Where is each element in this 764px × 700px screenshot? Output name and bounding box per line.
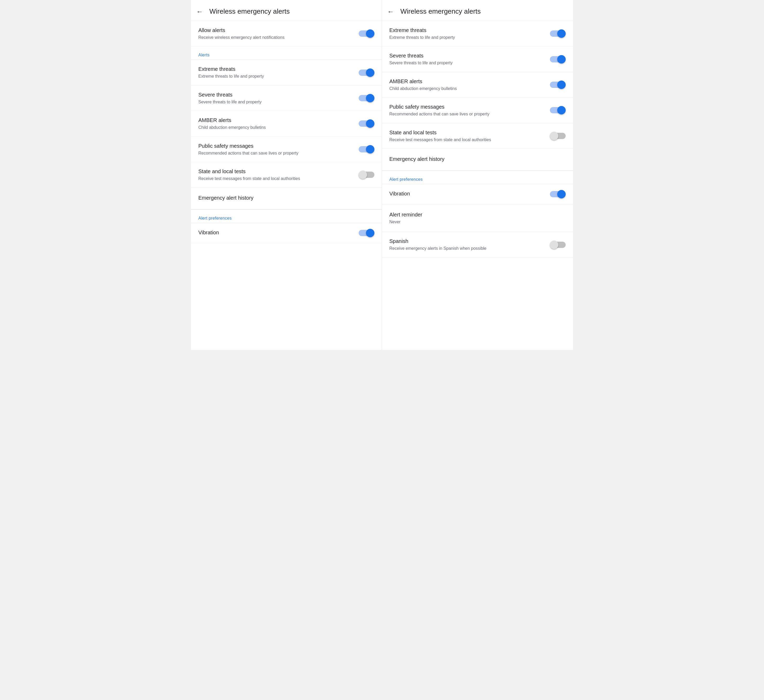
vibration-r-toggle-thumb — [557, 190, 566, 198]
extreme-threats-title: Extreme threats — [198, 66, 354, 72]
emergency-alert-history-item[interactable]: Emergency alert history — [191, 188, 382, 209]
allow-alerts-toggle-thumb — [366, 30, 374, 38]
vibration-title: Vibration — [198, 229, 354, 236]
public-safety-r-text: Public safety messagesRecommended action… — [389, 103, 550, 117]
severe-threats-toggle-thumb — [366, 94, 374, 102]
state-local-tests-r-toggle-thumb — [550, 132, 558, 140]
vibration-toggle-thumb — [366, 229, 374, 237]
severe-threats-r-item[interactable]: Severe threatsSevere threats to life and… — [382, 47, 573, 72]
extreme-threats-subtitle: Extreme threats to life and property — [198, 74, 354, 79]
public-safety-title: Public safety messages — [198, 143, 354, 149]
section-label: Alerts — [198, 53, 210, 57]
allow-alerts-subtitle: Receive wireless emergency alert notific… — [198, 34, 354, 41]
vibration-r-text: Vibration — [389, 190, 550, 198]
vibration-r-toggle[interactable] — [550, 190, 566, 198]
state-local-tests-r-text: State and local testsReceive test messag… — [389, 129, 550, 143]
vibration-text: Vibration — [198, 229, 359, 237]
severe-threats-subtitle: Severe threats to life and property — [198, 99, 354, 105]
amber-alerts-title: AMBER alerts — [198, 117, 354, 124]
amber-alerts-r-toggle-thumb — [557, 81, 566, 89]
extreme-threats-r-toggle-thumb — [557, 30, 566, 38]
state-local-tests-item[interactable]: State and local testsReceive test messag… — [191, 162, 382, 188]
emergency-alert-history-r-item[interactable]: Emergency alert history — [382, 149, 573, 171]
vibration-toggle[interactable] — [359, 229, 374, 237]
state-local-tests-toggle-thumb — [359, 171, 367, 179]
screens-container: ←Wireless emergency alertsAllow alertsRe… — [191, 0, 573, 350]
amber-alerts-item[interactable]: AMBER alertsChild abduction emergency bu… — [191, 111, 382, 136]
section-header: Alert preferences — [191, 210, 382, 223]
public-safety-subtitle: Recommended actions that can save lives … — [198, 150, 354, 156]
amber-alerts-toggle-thumb — [366, 119, 374, 128]
back-arrow-icon[interactable]: ← — [387, 8, 394, 15]
severe-threats-r-toggle-thumb — [557, 55, 566, 64]
public-safety-r-title: Public safety messages — [389, 103, 545, 110]
section-label: Alert preferences — [198, 216, 232, 221]
amber-alerts-toggle[interactable] — [359, 119, 374, 128]
screen-right: ←Wireless emergency alertsExtreme threat… — [382, 0, 573, 350]
content-area: Extreme threatsExtreme threats to life a… — [382, 21, 573, 350]
public-safety-toggle-thumb — [366, 145, 374, 153]
extreme-threats-toggle-thumb — [366, 69, 374, 77]
state-local-tests-r-item[interactable]: State and local testsReceive test messag… — [382, 123, 573, 149]
screen-left: ←Wireless emergency alertsAllow alertsRe… — [191, 0, 382, 350]
severe-threats-title: Severe threats — [198, 91, 354, 98]
extreme-threats-r-subtitle: Extreme threats to life and property — [389, 34, 545, 41]
state-local-tests-r-title: State and local tests — [389, 129, 545, 136]
amber-alerts-r-text: AMBER alertsChild abduction emergency bu… — [389, 78, 550, 92]
public-safety-r-toggle[interactable] — [550, 106, 566, 114]
extreme-threats-text: Extreme threatsExtreme threats to life a… — [198, 66, 359, 79]
public-safety-text: Public safety messagesRecommended action… — [198, 143, 359, 156]
section-header: Alert preferences — [382, 171, 573, 184]
severe-threats-r-toggle[interactable] — [550, 55, 566, 64]
extreme-threats-r-item[interactable]: Extreme threatsExtreme threats to life a… — [382, 21, 573, 47]
severe-threats-r-text: Severe threatsSevere threats to life and… — [389, 52, 550, 66]
content-area: Allow alertsReceive wireless emergency a… — [191, 21, 382, 350]
severe-threats-toggle[interactable] — [359, 94, 374, 102]
spanish-r-subtitle: Receive emergency alerts in Spanish when… — [389, 246, 545, 251]
spanish-r-toggle[interactable] — [550, 241, 566, 249]
spanish-r-text: SpanishReceive emergency alerts in Spani… — [389, 238, 550, 251]
allow-alerts-item[interactable]: Allow alertsReceive wireless emergency a… — [191, 21, 382, 47]
amber-alerts-r-subtitle: Child abduction emergency bulletins — [389, 86, 545, 92]
alert-reminder-r-title: Alert reminder — [389, 211, 423, 218]
spanish-r-title: Spanish — [389, 238, 545, 244]
public-safety-toggle[interactable] — [359, 145, 374, 153]
amber-alerts-subtitle: Child abduction emergency bulletins — [198, 125, 354, 130]
severe-threats-text: Severe threatsSevere threats to life and… — [198, 91, 359, 105]
page-title: Wireless emergency alerts — [400, 7, 481, 16]
severe-threats-item[interactable]: Severe threatsSevere threats to life and… — [191, 86, 382, 111]
amber-alerts-r-toggle[interactable] — [550, 81, 566, 89]
extreme-threats-r-toggle[interactable] — [550, 30, 566, 38]
alert-reminder-r-item[interactable]: Alert reminderNever — [382, 204, 573, 232]
state-local-tests-subtitle: Receive test messages from state and loc… — [198, 176, 354, 182]
section-header: Alerts — [191, 47, 382, 60]
section-label: Alert preferences — [389, 177, 423, 182]
header: ←Wireless emergency alerts — [382, 0, 573, 21]
state-local-tests-text: State and local testsReceive test messag… — [198, 168, 359, 182]
severe-threats-r-title: Severe threats — [389, 52, 545, 59]
allow-alerts-toggle[interactable] — [359, 30, 374, 38]
public-safety-r-toggle-thumb — [557, 106, 566, 114]
page-title: Wireless emergency alerts — [209, 7, 290, 16]
amber-alerts-r-item[interactable]: AMBER alertsChild abduction emergency bu… — [382, 72, 573, 98]
alert-reminder-r-subtitle: Never — [389, 219, 401, 225]
vibration-item[interactable]: Vibration — [191, 223, 382, 243]
back-arrow-icon[interactable]: ← — [196, 8, 203, 15]
allow-alerts-title: Allow alerts — [198, 27, 354, 34]
state-local-tests-r-toggle[interactable] — [550, 132, 566, 140]
public-safety-r-subtitle: Recommended actions that can save lives … — [389, 111, 545, 117]
spanish-r-item[interactable]: SpanishReceive emergency alerts in Spani… — [382, 232, 573, 257]
amber-alerts-r-title: AMBER alerts — [389, 78, 545, 85]
public-safety-r-item[interactable]: Public safety messagesRecommended action… — [382, 98, 573, 123]
state-local-tests-toggle[interactable] — [359, 171, 374, 179]
emergency-alert-history-title: Emergency alert history — [198, 194, 254, 201]
amber-alerts-text: AMBER alertsChild abduction emergency bu… — [198, 117, 359, 130]
public-safety-item[interactable]: Public safety messagesRecommended action… — [191, 137, 382, 162]
emergency-alert-history-r-title: Emergency alert history — [389, 156, 445, 163]
vibration-r-item[interactable]: Vibration — [382, 184, 573, 204]
severe-threats-r-subtitle: Severe threats to life and property — [389, 60, 545, 66]
allow-alerts-text: Allow alertsReceive wireless emergency a… — [198, 27, 359, 41]
extreme-threats-item[interactable]: Extreme threatsExtreme threats to life a… — [191, 60, 382, 85]
extreme-threats-r-title: Extreme threats — [389, 27, 545, 34]
extreme-threats-toggle[interactable] — [359, 69, 374, 77]
